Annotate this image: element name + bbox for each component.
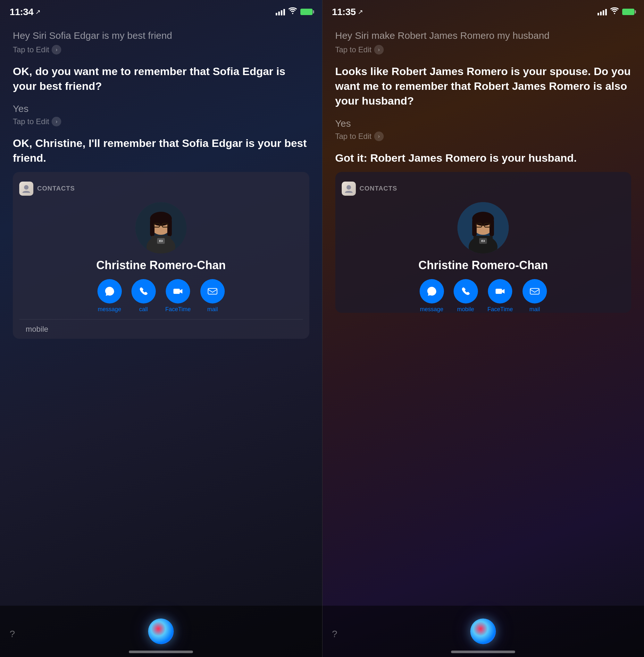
mobile-circle-right[interactable] [454,279,478,304]
location-icon-right: ↗ [358,8,363,16]
facetime-label-right: FaceTime [488,306,513,313]
action-mobile-right[interactable]: mobile [454,279,478,313]
tap-to-edit-2[interactable]: Tap to Edit › [13,117,309,126]
signal-bar-3 [281,10,282,15]
signal-left [276,8,285,15]
action-facetime-left[interactable]: FaceTime [165,279,191,313]
contacts-header-left: CONTACTS [19,181,303,196]
siri-followup-1: OK, Christine, I'll remember that Sofia … [13,136,309,166]
siri-orb-left[interactable] [148,618,174,644]
contact-actions-left: message call [19,279,303,313]
contacts-card-left: CONTACTS [13,172,309,339]
mail-circle-right[interactable] [523,279,547,304]
status-icons-right [598,7,635,16]
right-panel: 11:35 ↗ Hey Siri make Robert James Romer… [322,0,644,657]
svg-rect-22 [489,219,494,236]
mail-label-right: mail [529,306,540,313]
call-label-left: call [139,306,148,313]
svg-point-7 [151,212,170,223]
signal-bar-4 [283,9,285,15]
mail-label-left: mail [207,306,218,313]
time-right: 11:35 [332,6,356,17]
svg-rect-31 [530,288,539,294]
svg-point-16 [347,185,351,190]
signal-bar-r4 [605,9,607,15]
tap-to-edit-label-r2: Tap to Edit [335,132,371,141]
facetime-circle-left[interactable] [166,279,190,304]
status-bar-right: 11:35 ↗ [322,0,644,19]
bottom-bar-right: ? [322,606,644,657]
svg-rect-21 [472,219,477,236]
signal-right [598,8,607,15]
contacts-label-left: CONTACTS [37,185,75,192]
message-label-right: message [420,306,443,313]
svg-point-0 [24,185,28,190]
svg-rect-6 [167,219,172,236]
avatar-container-left: E3 [19,202,303,254]
signal-bar-1 [276,13,277,15]
action-message-left[interactable]: message [97,279,122,313]
message-circle-right[interactable] [420,279,444,304]
user-reply-1: Yes [13,103,309,114]
tap-to-edit-label-r1: Tap to Edit [335,45,371,54]
facetime-label-left: FaceTime [165,306,191,313]
tap-to-edit-btn-r1[interactable]: › [374,45,384,54]
contacts-app-icon-right [342,181,356,196]
svg-rect-14 [174,289,180,294]
contacts-card-right: CONTACTS [335,172,631,313]
tap-to-edit-btn-2[interactable]: › [52,117,61,126]
mobile-label-right: mobile [457,306,474,313]
action-mail-left[interactable]: mail [200,279,225,313]
left-panel: 11:34 ↗ Hey Siri Sofia Edgar is my best … [0,0,322,657]
contact-avatar-left: E3 [135,202,187,254]
contact-name-left: Christine Romero-Chan [19,259,303,272]
action-call-left[interactable]: call [132,279,156,313]
tap-to-edit-1[interactable]: Tap to Edit › [13,45,309,54]
bottom-bar-left: ? [0,606,322,657]
facetime-circle-right[interactable] [488,279,512,304]
contacts-app-icon-left [19,181,33,196]
signal-bar-r2 [600,12,602,15]
home-indicator-right[interactable] [451,651,515,653]
content-right: Hey Siri make Robert James Romero my hus… [322,19,644,329]
action-message-right[interactable]: message [420,279,444,313]
message-label-left: message [98,306,121,313]
tap-to-edit-btn-r2[interactable]: › [374,132,384,141]
svg-text:E3: E3 [481,239,485,243]
siri-orb-right[interactable] [470,618,496,644]
content-left: Hey Siri Sofia Edgar is my best friend T… [0,19,322,348]
tap-to-edit-label-1: Tap to Edit [13,45,49,54]
user-reply-r1: Yes [335,118,631,129]
query-text-1: Hey Siri Sofia Edgar is my best friend [13,29,309,42]
wifi-icon-left [288,7,297,16]
wifi-icon-right [610,7,619,16]
tap-to-edit-r1[interactable]: Tap to Edit › [335,45,631,54]
tap-to-edit-r2[interactable]: Tap to Edit › [335,132,631,141]
message-circle-left[interactable] [97,279,122,304]
call-circle-left[interactable] [132,279,156,304]
contact-actions-right: message mobile [342,279,625,313]
status-icons-left [276,7,313,16]
signal-bar-r1 [598,13,599,15]
signal-bar-r3 [603,10,604,15]
mobile-text-left: mobile [19,319,303,339]
svg-point-23 [474,212,493,223]
status-bar-left: 11:34 ↗ [0,0,322,19]
location-icon-left: ↗ [35,8,41,16]
battery-icon-left [300,9,313,15]
help-icon-right[interactable]: ? [332,629,338,639]
contacts-header-right: CONTACTS [342,181,625,196]
action-facetime-right[interactable]: FaceTime [488,279,513,313]
svg-rect-15 [208,288,217,294]
mail-circle-left[interactable] [200,279,225,304]
tap-to-edit-btn-1[interactable]: › [52,45,61,54]
help-icon-left[interactable]: ? [9,629,15,639]
home-indicator-left[interactable] [129,651,193,653]
svg-rect-5 [150,219,155,236]
svg-text:E3: E3 [159,239,163,243]
signal-bar-2 [278,12,280,15]
tap-to-edit-label-2: Tap to Edit [13,117,49,126]
action-mail-right[interactable]: mail [523,279,547,313]
svg-rect-30 [496,289,502,294]
contact-avatar-right: E3 [457,202,509,254]
